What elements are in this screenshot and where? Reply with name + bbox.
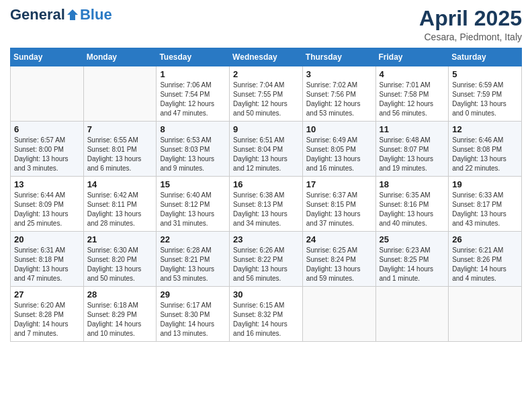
day-number: 28 <box>87 289 153 300</box>
day-number: 7 <box>87 124 153 134</box>
day-number: 30 <box>233 289 299 300</box>
day-info: Sunrise: 6:21 AM Sunset: 8:26 PM Dayligh… <box>452 246 518 283</box>
calendar-cell: 11Sunrise: 6:48 AM Sunset: 8:07 PM Dayli… <box>375 122 449 177</box>
day-info: Sunrise: 6:18 AM Sunset: 8:29 PM Dayligh… <box>87 301 153 338</box>
day-number: 1 <box>160 69 226 79</box>
calendar-cell: 29Sunrise: 6:17 AM Sunset: 8:30 PM Dayli… <box>157 287 230 342</box>
logo-icon <box>66 8 79 21</box>
day-info: Sunrise: 6:23 AM Sunset: 8:25 PM Dayligh… <box>380 246 445 283</box>
calendar-table: SundayMondayTuesdayWednesdayThursdayFrid… <box>10 48 522 342</box>
day-number: 27 <box>14 289 80 300</box>
day-info: Sunrise: 6:42 AM Sunset: 8:11 PM Dayligh… <box>87 191 153 228</box>
day-number: 9 <box>233 124 299 134</box>
svg-marker-0 <box>67 9 78 20</box>
weekday-header-thursday: Thursday <box>302 48 375 66</box>
day-info: Sunrise: 6:30 AM Sunset: 8:20 PM Dayligh… <box>87 246 153 283</box>
day-number: 14 <box>87 179 153 189</box>
calendar-cell <box>11 66 84 122</box>
day-info: Sunrise: 6:33 AM Sunset: 8:17 PM Dayligh… <box>452 191 518 228</box>
page-container: General Blue April 2025 Cesara, Piedmont… <box>0 0 532 352</box>
day-number: 16 <box>233 179 299 189</box>
calendar-cell: 15Sunrise: 6:40 AM Sunset: 8:12 PM Dayli… <box>157 177 230 232</box>
day-number: 24 <box>306 234 372 244</box>
calendar-cell: 9Sunrise: 6:51 AM Sunset: 8:04 PM Daylig… <box>230 122 303 177</box>
calendar-cell: 27Sunrise: 6:20 AM Sunset: 8:28 PM Dayli… <box>11 287 84 342</box>
calendar-week-row: 6Sunrise: 6:57 AM Sunset: 8:00 PM Daylig… <box>11 122 522 177</box>
main-title: April 2025 <box>419 7 522 30</box>
day-info: Sunrise: 6:44 AM Sunset: 8:09 PM Dayligh… <box>14 191 80 228</box>
day-number: 25 <box>380 234 445 244</box>
calendar-cell: 30Sunrise: 6:15 AM Sunset: 8:32 PM Dayli… <box>230 287 303 342</box>
day-info: Sunrise: 6:26 AM Sunset: 8:22 PM Dayligh… <box>233 246 299 283</box>
day-number: 22 <box>160 234 226 244</box>
calendar-cell: 21Sunrise: 6:30 AM Sunset: 8:20 PM Dayli… <box>83 232 157 287</box>
calendar-cell: 19Sunrise: 6:33 AM Sunset: 8:17 PM Dayli… <box>449 177 522 232</box>
day-info: Sunrise: 6:51 AM Sunset: 8:04 PM Dayligh… <box>233 136 299 173</box>
calendar-cell: 1Sunrise: 7:06 AM Sunset: 7:54 PM Daylig… <box>157 66 230 122</box>
day-info: Sunrise: 6:40 AM Sunset: 8:12 PM Dayligh… <box>160 191 226 228</box>
calendar-week-row: 20Sunrise: 6:31 AM Sunset: 8:18 PM Dayli… <box>11 232 522 287</box>
calendar-week-row: 13Sunrise: 6:44 AM Sunset: 8:09 PM Dayli… <box>11 177 522 232</box>
day-number: 10 <box>306 124 372 134</box>
day-info: Sunrise: 6:55 AM Sunset: 8:01 PM Dayligh… <box>87 136 153 173</box>
logo-general: General <box>10 7 65 23</box>
weekday-header-wednesday: Wednesday <box>230 48 303 66</box>
calendar-cell: 17Sunrise: 6:37 AM Sunset: 8:15 PM Dayli… <box>302 177 375 232</box>
day-number: 19 <box>452 179 518 189</box>
day-info: Sunrise: 6:15 AM Sunset: 8:32 PM Dayligh… <box>233 301 299 338</box>
weekday-header-monday: Monday <box>83 48 157 66</box>
day-number: 13 <box>14 179 80 189</box>
calendar-cell <box>302 287 375 342</box>
calendar-cell: 20Sunrise: 6:31 AM Sunset: 8:18 PM Dayli… <box>11 232 84 287</box>
day-info: Sunrise: 6:35 AM Sunset: 8:16 PM Dayligh… <box>380 191 445 228</box>
weekday-header-row: SundayMondayTuesdayWednesdayThursdayFrid… <box>11 48 522 66</box>
subtitle: Cesara, Piedmont, Italy <box>419 32 522 42</box>
day-info: Sunrise: 6:46 AM Sunset: 8:08 PM Dayligh… <box>452 136 518 173</box>
day-info: Sunrise: 6:48 AM Sunset: 8:07 PM Dayligh… <box>380 136 445 173</box>
day-number: 2 <box>233 69 299 79</box>
calendar-cell: 18Sunrise: 6:35 AM Sunset: 8:16 PM Dayli… <box>375 177 449 232</box>
day-info: Sunrise: 6:49 AM Sunset: 8:05 PM Dayligh… <box>306 136 372 173</box>
calendar-cell: 4Sunrise: 7:01 AM Sunset: 7:58 PM Daylig… <box>375 66 449 122</box>
calendar-cell: 14Sunrise: 6:42 AM Sunset: 8:11 PM Dayli… <box>83 177 157 232</box>
day-info: Sunrise: 6:20 AM Sunset: 8:28 PM Dayligh… <box>14 301 80 338</box>
day-info: Sunrise: 6:38 AM Sunset: 8:13 PM Dayligh… <box>233 191 299 228</box>
day-info: Sunrise: 7:04 AM Sunset: 7:55 PM Dayligh… <box>233 81 299 118</box>
day-info: Sunrise: 6:25 AM Sunset: 8:24 PM Dayligh… <box>306 246 372 283</box>
title-block: April 2025 Cesara, Piedmont, Italy <box>419 7 522 42</box>
day-info: Sunrise: 6:59 AM Sunset: 7:59 PM Dayligh… <box>452 81 518 118</box>
calendar-cell: 5Sunrise: 6:59 AM Sunset: 7:59 PM Daylig… <box>449 66 522 122</box>
calendar-cell <box>449 287 522 342</box>
day-info: Sunrise: 7:06 AM Sunset: 7:54 PM Dayligh… <box>160 81 226 118</box>
day-number: 12 <box>452 124 518 134</box>
day-number: 11 <box>380 124 445 134</box>
calendar-cell: 24Sunrise: 6:25 AM Sunset: 8:24 PM Dayli… <box>302 232 375 287</box>
calendar-week-row: 27Sunrise: 6:20 AM Sunset: 8:28 PM Dayli… <box>11 287 522 342</box>
calendar-cell <box>83 66 157 122</box>
day-number: 18 <box>380 179 445 189</box>
calendar-cell: 7Sunrise: 6:55 AM Sunset: 8:01 PM Daylig… <box>83 122 157 177</box>
calendar-cell: 23Sunrise: 6:26 AM Sunset: 8:22 PM Dayli… <box>230 232 303 287</box>
day-number: 15 <box>160 179 226 189</box>
day-info: Sunrise: 6:28 AM Sunset: 8:21 PM Dayligh… <box>160 246 226 283</box>
day-number: 29 <box>160 289 226 300</box>
calendar-cell <box>375 287 449 342</box>
day-number: 6 <box>14 124 80 134</box>
day-info: Sunrise: 6:37 AM Sunset: 8:15 PM Dayligh… <box>306 191 372 228</box>
day-number: 4 <box>380 69 445 79</box>
day-info: Sunrise: 7:01 AM Sunset: 7:58 PM Dayligh… <box>380 81 445 118</box>
weekday-header-tuesday: Tuesday <box>157 48 230 66</box>
day-number: 3 <box>306 69 372 79</box>
weekday-header-friday: Friday <box>375 48 449 66</box>
calendar-cell: 10Sunrise: 6:49 AM Sunset: 8:05 PM Dayli… <box>302 122 375 177</box>
calendar-week-row: 1Sunrise: 7:06 AM Sunset: 7:54 PM Daylig… <box>11 66 522 122</box>
calendar-cell: 28Sunrise: 6:18 AM Sunset: 8:29 PM Dayli… <box>83 287 157 342</box>
day-number: 23 <box>233 234 299 244</box>
header: General Blue April 2025 Cesara, Piedmont… <box>10 7 522 42</box>
day-number: 20 <box>14 234 80 244</box>
day-info: Sunrise: 6:17 AM Sunset: 8:30 PM Dayligh… <box>160 301 226 338</box>
calendar-cell: 26Sunrise: 6:21 AM Sunset: 8:26 PM Dayli… <box>449 232 522 287</box>
calendar-cell: 22Sunrise: 6:28 AM Sunset: 8:21 PM Dayli… <box>157 232 230 287</box>
day-info: Sunrise: 7:02 AM Sunset: 7:56 PM Dayligh… <box>306 81 372 118</box>
day-info: Sunrise: 6:53 AM Sunset: 8:03 PM Dayligh… <box>160 136 226 173</box>
